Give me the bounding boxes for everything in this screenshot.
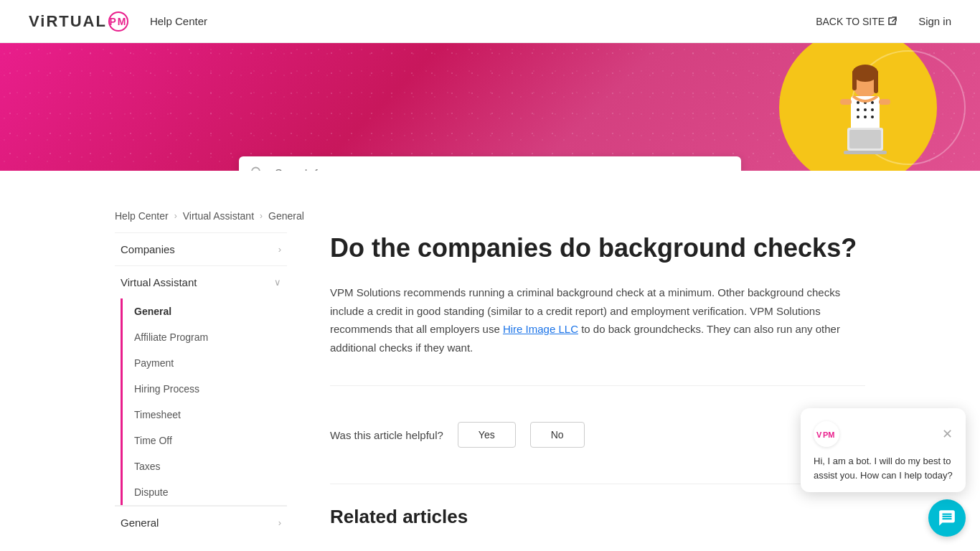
- sidebar-sub-hiring-process[interactable]: Hiring Process: [123, 376, 287, 402]
- chatbot-open-button[interactable]: [928, 499, 966, 537]
- breadcrumb-sep-2: ›: [260, 211, 263, 221]
- breadcrumb-current: General: [268, 210, 304, 222]
- breadcrumb-help-center[interactable]: Help Center: [115, 210, 169, 222]
- sidebar-section-virtual-assistant: Virtual Assistant ∨ General Affiliate Pr…: [115, 266, 287, 506]
- sidebar-sub-dispute[interactable]: Dispute: [123, 479, 287, 505]
- svg-point-9: [864, 108, 867, 111]
- logo-pm: PM: [108, 11, 128, 32]
- chat-icon: [938, 509, 956, 527]
- person-svg: [826, 63, 905, 171]
- chatbot-close-button[interactable]: ✕: [942, 428, 953, 441]
- sidebar-item-companies[interactable]: Companies ›: [115, 232, 287, 266]
- header-left: ViRTUALPM Help Center: [29, 11, 207, 32]
- logo-text: ViRTUAL: [29, 12, 107, 31]
- helpful-no-button[interactable]: No: [530, 422, 585, 448]
- sidebar-sub-general[interactable]: General: [123, 298, 287, 324]
- svg-point-13: [871, 116, 874, 118]
- external-link-icon: [887, 17, 897, 26]
- chatbot-popup: V PM ✕ Hi, I am a bot. I will do my best…: [801, 408, 966, 492]
- chatbot-header: V PM ✕: [814, 421, 953, 447]
- hero-person-illustration: [822, 56, 908, 171]
- chatbot-message: Hi, I am a bot. I will do my best to ass…: [814, 454, 953, 482]
- sidebar-virtual-assistant-label: Virtual Assistant: [121, 276, 197, 288]
- vpm-logo-icon: V PM: [816, 428, 837, 441]
- header-right: BACK TO SITE Sign in: [816, 15, 951, 27]
- svg-rect-18: [879, 99, 890, 105]
- back-to-site-link[interactable]: BACK TO SITE: [816, 16, 897, 27]
- svg-point-5: [857, 101, 859, 104]
- sidebar-item-general-bottom[interactable]: General ›: [115, 506, 287, 539]
- svg-rect-15: [849, 130, 881, 149]
- svg-point-10: [871, 108, 874, 111]
- sidebar-virtual-assistant-header[interactable]: Virtual Assistant ∨: [115, 266, 287, 298]
- article-title: Do the companies do background checks?: [330, 232, 865, 263]
- svg-point-19: [252, 168, 260, 171]
- svg-text:V: V: [816, 430, 822, 439]
- chatbot-widget: V PM ✕ Hi, I am a bot. I will do my best…: [801, 408, 966, 537]
- header: ViRTUALPM Help Center BACK TO SITE Sign …: [0, 0, 980, 43]
- hire-image-link[interactable]: Hire Image LLC: [503, 323, 578, 335]
- sidebar-sub-payment[interactable]: Payment: [123, 350, 287, 376]
- svg-rect-16: [844, 151, 887, 154]
- article-content: Do the companies do background checks? V…: [330, 232, 865, 528]
- hero-decoration: [679, 43, 980, 171]
- sidebar-general-bottom-label: General: [121, 517, 159, 529]
- related-articles-title: Related articles: [330, 506, 865, 528]
- helpful-section: Was this article helpful? Yes No: [330, 408, 865, 462]
- sign-in-link[interactable]: Sign in: [918, 15, 951, 27]
- article-divider-1: [330, 385, 865, 386]
- helpful-label: Was this article helpful?: [330, 429, 443, 441]
- sidebar-sub-affiliate[interactable]: Affiliate Program: [123, 324, 287, 350]
- svg-point-7: [871, 101, 874, 104]
- search-icon: [250, 166, 263, 171]
- svg-point-12: [864, 116, 867, 118]
- chevron-right-icon-2: ›: [278, 517, 281, 528]
- sidebar: Companies › Virtual Assistant ∨ General …: [115, 232, 287, 539]
- svg-point-11: [857, 116, 859, 118]
- hero-banner: [0, 43, 980, 171]
- chevron-down-icon: ∨: [274, 277, 281, 288]
- sidebar-sub-items: General Affiliate Program Payment Hiring…: [121, 298, 287, 505]
- sidebar-sub-time-off[interactable]: Time Off: [123, 428, 287, 453]
- svg-point-8: [857, 108, 859, 111]
- breadcrumb-sep-1: ›: [174, 211, 177, 221]
- svg-rect-2: [852, 70, 857, 90]
- search-input[interactable]: [239, 156, 741, 171]
- article-divider-2: [330, 484, 865, 484]
- help-center-link[interactable]: Help Center: [150, 15, 207, 27]
- sidebar-companies-label: Companies: [121, 243, 175, 255]
- svg-text:PM: PM: [823, 430, 835, 439]
- article-body: VPM Solutions recommends running a crimi…: [330, 283, 865, 357]
- svg-rect-3: [874, 70, 878, 93]
- breadcrumb-virtual-assistant[interactable]: Virtual Assistant: [183, 210, 254, 222]
- breadcrumb: Help Center › Virtual Assistant › Genera…: [0, 171, 980, 232]
- sidebar-sub-taxes[interactable]: Taxes: [123, 453, 287, 479]
- helpful-yes-button[interactable]: Yes: [458, 422, 516, 448]
- sidebar-sub-timesheet[interactable]: Timesheet: [123, 402, 287, 428]
- search-container: [239, 156, 741, 171]
- chatbot-logo: V PM: [814, 421, 839, 447]
- logo[interactable]: ViRTUALPM: [29, 11, 128, 32]
- chevron-right-icon: ›: [278, 244, 281, 255]
- svg-rect-17: [840, 99, 852, 105]
